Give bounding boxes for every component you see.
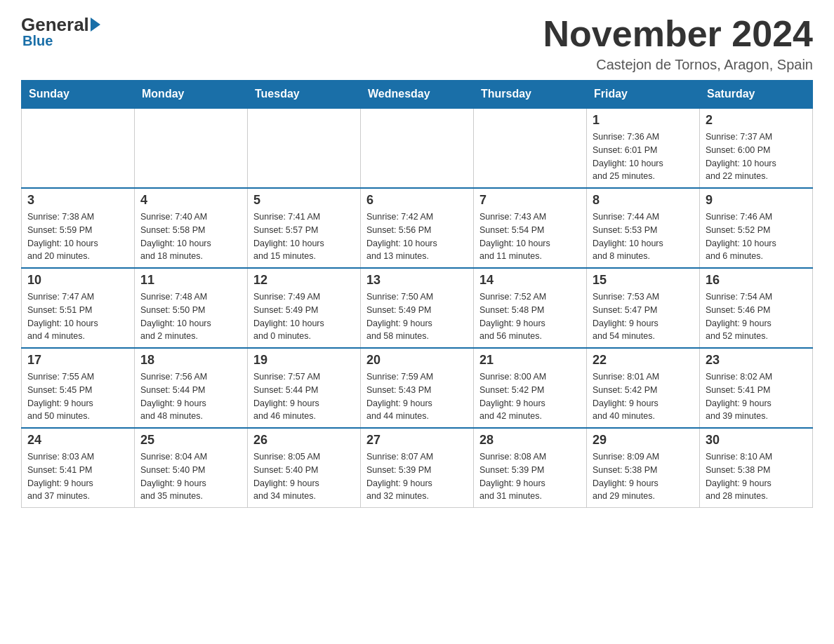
day-number: 17 <box>27 353 128 368</box>
header: General Blue November 2024 Castejon de T… <box>21 14 813 73</box>
calendar-cell: 7Sunrise: 7:43 AMSunset: 5:54 PMDaylight… <box>474 188 587 268</box>
calendar-cell: 12Sunrise: 7:49 AMSunset: 5:49 PMDayligh… <box>248 268 361 348</box>
calendar-week-1: 1Sunrise: 7:36 AMSunset: 6:01 PMDaylight… <box>22 108 813 188</box>
calendar-cell: 9Sunrise: 7:46 AMSunset: 5:52 PMDaylight… <box>700 188 813 268</box>
day-info: Sunrise: 7:49 AMSunset: 5:49 PMDaylight:… <box>253 290 355 343</box>
calendar-cell: 28Sunrise: 8:08 AMSunset: 5:39 PMDayligh… <box>474 428 587 508</box>
calendar-week-3: 10Sunrise: 7:47 AMSunset: 5:51 PMDayligh… <box>22 268 813 348</box>
calendar-header-sunday: Sunday <box>22 81 135 109</box>
day-number: 11 <box>140 273 241 288</box>
day-info: Sunrise: 7:52 AMSunset: 5:48 PMDaylight:… <box>479 290 581 343</box>
calendar-week-4: 17Sunrise: 7:55 AMSunset: 5:45 PMDayligh… <box>22 348 813 428</box>
day-number: 4 <box>140 193 241 208</box>
day-info: Sunrise: 7:36 AMSunset: 6:01 PMDaylight:… <box>593 130 694 183</box>
day-info: Sunrise: 7:44 AMSunset: 5:53 PMDaylight:… <box>593 210 694 263</box>
logo-blue: Blue <box>22 33 53 49</box>
day-number: 15 <box>593 273 694 288</box>
day-number: 9 <box>706 193 807 208</box>
title-area: November 2024 Castejon de Tornos, Aragon… <box>543 14 813 73</box>
calendar-table: SundayMondayTuesdayWednesdayThursdayFrid… <box>21 80 813 508</box>
calendar-cell: 13Sunrise: 7:50 AMSunset: 5:49 PMDayligh… <box>361 268 474 348</box>
calendar-week-2: 3Sunrise: 7:38 AMSunset: 5:59 PMDaylight… <box>22 188 813 268</box>
calendar-cell: 4Sunrise: 7:40 AMSunset: 5:58 PMDaylight… <box>135 188 248 268</box>
calendar-cell: 8Sunrise: 7:44 AMSunset: 5:53 PMDaylight… <box>587 188 700 268</box>
calendar-cell <box>474 108 587 188</box>
calendar-header-thursday: Thursday <box>474 81 587 109</box>
day-info: Sunrise: 8:02 AMSunset: 5:41 PMDaylight:… <box>706 370 807 423</box>
calendar-cell: 26Sunrise: 8:05 AMSunset: 5:40 PMDayligh… <box>248 428 361 508</box>
day-number: 3 <box>27 193 128 208</box>
day-info: Sunrise: 8:09 AMSunset: 5:38 PMDaylight:… <box>593 450 694 503</box>
day-info: Sunrise: 7:42 AMSunset: 5:56 PMDaylight:… <box>366 210 468 263</box>
calendar-cell: 18Sunrise: 7:56 AMSunset: 5:44 PMDayligh… <box>135 348 248 428</box>
day-number: 30 <box>706 433 807 448</box>
calendar-header-wednesday: Wednesday <box>361 81 474 109</box>
day-number: 5 <box>253 193 355 208</box>
calendar-cell: 1Sunrise: 7:36 AMSunset: 6:01 PMDaylight… <box>587 108 700 188</box>
calendar-cell: 3Sunrise: 7:38 AMSunset: 5:59 PMDaylight… <box>22 188 135 268</box>
day-info: Sunrise: 7:54 AMSunset: 5:46 PMDaylight:… <box>706 290 807 343</box>
calendar-cell: 22Sunrise: 8:01 AMSunset: 5:42 PMDayligh… <box>587 348 700 428</box>
day-info: Sunrise: 7:40 AMSunset: 5:58 PMDaylight:… <box>140 210 241 263</box>
day-info: Sunrise: 7:53 AMSunset: 5:47 PMDaylight:… <box>593 290 694 343</box>
day-info: Sunrise: 7:56 AMSunset: 5:44 PMDaylight:… <box>140 370 241 423</box>
calendar-cell: 15Sunrise: 7:53 AMSunset: 5:47 PMDayligh… <box>587 268 700 348</box>
day-number: 20 <box>366 353 468 368</box>
calendar-cell: 10Sunrise: 7:47 AMSunset: 5:51 PMDayligh… <box>22 268 135 348</box>
calendar-cell <box>135 108 248 188</box>
day-number: 21 <box>479 353 581 368</box>
logo-arrow-icon <box>91 18 100 32</box>
day-info: Sunrise: 8:04 AMSunset: 5:40 PMDaylight:… <box>140 450 241 503</box>
day-number: 26 <box>253 433 355 448</box>
day-number: 2 <box>706 113 807 128</box>
day-number: 10 <box>27 273 128 288</box>
day-info: Sunrise: 7:46 AMSunset: 5:52 PMDaylight:… <box>706 210 807 263</box>
day-info: Sunrise: 7:41 AMSunset: 5:57 PMDaylight:… <box>253 210 355 263</box>
calendar-cell: 19Sunrise: 7:57 AMSunset: 5:44 PMDayligh… <box>248 348 361 428</box>
calendar-cell: 14Sunrise: 7:52 AMSunset: 5:48 PMDayligh… <box>474 268 587 348</box>
calendar-week-5: 24Sunrise: 8:03 AMSunset: 5:41 PMDayligh… <box>22 428 813 508</box>
calendar-cell: 11Sunrise: 7:48 AMSunset: 5:50 PMDayligh… <box>135 268 248 348</box>
day-info: Sunrise: 8:08 AMSunset: 5:39 PMDaylight:… <box>479 450 581 503</box>
day-info: Sunrise: 7:43 AMSunset: 5:54 PMDaylight:… <box>479 210 581 263</box>
day-info: Sunrise: 7:37 AMSunset: 6:00 PMDaylight:… <box>706 130 807 183</box>
calendar-cell: 16Sunrise: 7:54 AMSunset: 5:46 PMDayligh… <box>700 268 813 348</box>
day-number: 14 <box>479 273 581 288</box>
calendar-header-row: SundayMondayTuesdayWednesdayThursdayFrid… <box>22 81 813 109</box>
day-info: Sunrise: 8:07 AMSunset: 5:39 PMDaylight:… <box>366 450 468 503</box>
calendar-cell: 6Sunrise: 7:42 AMSunset: 5:56 PMDaylight… <box>361 188 474 268</box>
day-number: 29 <box>593 433 694 448</box>
calendar-cell: 29Sunrise: 8:09 AMSunset: 5:38 PMDayligh… <box>587 428 700 508</box>
day-info: Sunrise: 8:00 AMSunset: 5:42 PMDaylight:… <box>479 370 581 423</box>
calendar-cell <box>248 108 361 188</box>
day-number: 23 <box>706 353 807 368</box>
day-info: Sunrise: 8:03 AMSunset: 5:41 PMDaylight:… <box>27 450 128 503</box>
calendar-cell: 30Sunrise: 8:10 AMSunset: 5:38 PMDayligh… <box>700 428 813 508</box>
calendar-header-monday: Monday <box>135 81 248 109</box>
calendar-cell: 25Sunrise: 8:04 AMSunset: 5:40 PMDayligh… <box>135 428 248 508</box>
subtitle: Castejon de Tornos, Aragon, Spain <box>543 57 813 73</box>
day-number: 18 <box>140 353 241 368</box>
main-title: November 2024 <box>543 14 813 54</box>
day-number: 13 <box>366 273 468 288</box>
day-number: 8 <box>593 193 694 208</box>
day-info: Sunrise: 7:47 AMSunset: 5:51 PMDaylight:… <box>27 290 128 343</box>
day-info: Sunrise: 7:57 AMSunset: 5:44 PMDaylight:… <box>253 370 355 423</box>
day-number: 27 <box>366 433 468 448</box>
day-info: Sunrise: 7:38 AMSunset: 5:59 PMDaylight:… <box>27 210 128 263</box>
day-number: 19 <box>253 353 355 368</box>
day-number: 12 <box>253 273 355 288</box>
day-number: 7 <box>479 193 581 208</box>
day-number: 25 <box>140 433 241 448</box>
calendar-cell: 20Sunrise: 7:59 AMSunset: 5:43 PMDayligh… <box>361 348 474 428</box>
calendar-cell: 27Sunrise: 8:07 AMSunset: 5:39 PMDayligh… <box>361 428 474 508</box>
calendar-header-tuesday: Tuesday <box>248 81 361 109</box>
day-info: Sunrise: 8:01 AMSunset: 5:42 PMDaylight:… <box>593 370 694 423</box>
day-info: Sunrise: 7:55 AMSunset: 5:45 PMDaylight:… <box>27 370 128 423</box>
calendar-header-saturday: Saturday <box>700 81 813 109</box>
day-info: Sunrise: 7:50 AMSunset: 5:49 PMDaylight:… <box>366 290 468 343</box>
day-info: Sunrise: 8:05 AMSunset: 5:40 PMDaylight:… <box>253 450 355 503</box>
day-info: Sunrise: 7:59 AMSunset: 5:43 PMDaylight:… <box>366 370 468 423</box>
day-number: 22 <box>593 353 694 368</box>
day-info: Sunrise: 8:10 AMSunset: 5:38 PMDaylight:… <box>706 450 807 503</box>
